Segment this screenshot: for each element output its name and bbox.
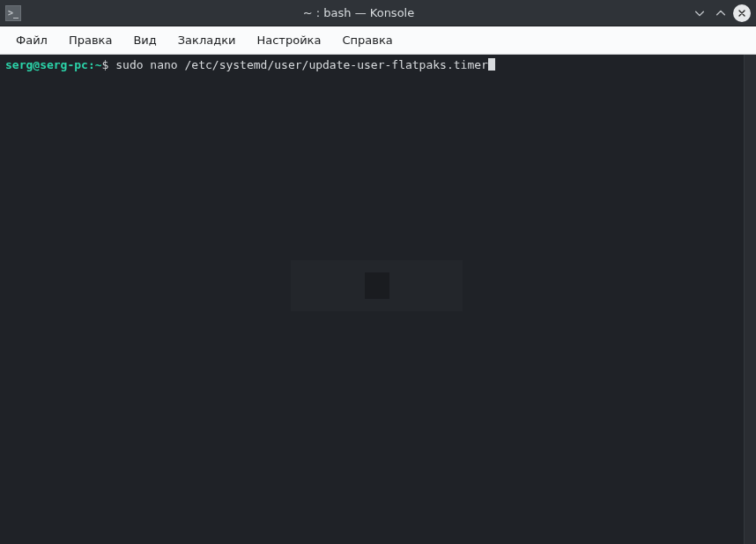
- menu-help[interactable]: Справка: [331, 29, 403, 51]
- app-terminal-icon: >_: [5, 5, 21, 21]
- menu-edit[interactable]: Правка: [58, 29, 122, 51]
- watermark: [291, 260, 463, 311]
- window-title: ~ : bash — Konsole: [26, 6, 691, 19]
- terminal-cursor: [488, 58, 495, 71]
- prompt-symbol: $: [102, 58, 109, 71]
- menu-settings[interactable]: Настройка: [246, 29, 331, 51]
- close-button[interactable]: [733, 4, 751, 22]
- menu-file[interactable]: Файл: [5, 29, 58, 51]
- maximize-button[interactable]: [712, 4, 730, 22]
- chevron-down-icon: [693, 7, 706, 19]
- minimize-button[interactable]: [691, 4, 708, 22]
- menu-bookmarks[interactable]: Закладки: [167, 29, 247, 51]
- titlebar: >_ ~ : bash — Konsole: [0, 0, 756, 26]
- prompt-userhost: serg@serg-pc: [5, 58, 88, 71]
- prompt-path: ~: [95, 58, 102, 71]
- prompt-separator: :: [88, 58, 95, 71]
- watermark-icon: [365, 272, 389, 299]
- menu-view[interactable]: Вид: [122, 29, 167, 51]
- scrollbar[interactable]: [744, 55, 756, 544]
- menubar: Файл Правка Вид Закладки Настройка Справ…: [0, 26, 756, 55]
- window-controls: [691, 4, 751, 22]
- terminal-view[interactable]: serg@serg-pc:~$ sudo nano /etc/systemd/u…: [0, 55, 744, 544]
- close-icon: [737, 8, 747, 19]
- terminal-container: serg@serg-pc:~$ sudo nano /etc/systemd/u…: [0, 55, 756, 544]
- chevron-up-icon: [715, 7, 727, 19]
- command-input[interactable]: sudo nano /etc/systemd/user/update-user-…: [115, 58, 488, 71]
